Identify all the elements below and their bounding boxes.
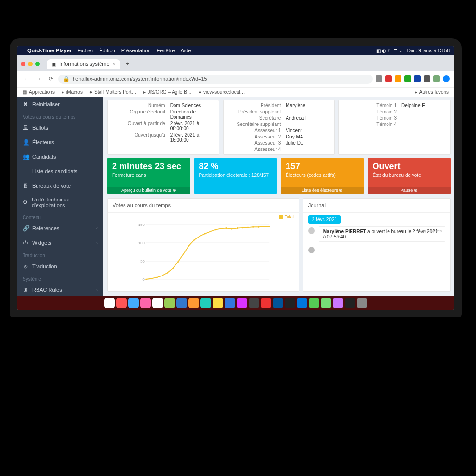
- dock-app-icon[interactable]: [188, 298, 199, 308]
- browser-tab[interactable]: ▣ Informations système ×: [47, 59, 120, 69]
- close-icon[interactable]: [21, 62, 25, 66]
- expand-icon[interactable]: [35, 62, 40, 66]
- mac-menu-file[interactable]: Fichier: [77, 48, 93, 53]
- forward-button[interactable]: →: [34, 75, 44, 83]
- dock-app-icon[interactable]: [164, 298, 175, 308]
- sidebar-item-electeurs[interactable]: 👤 Électeurs: [17, 135, 103, 150]
- dock-app-icon[interactable]: [297, 298, 307, 308]
- sidebar-section-content: Contenu: [17, 212, 103, 221]
- panel-chart: Votes au cours du temps Total: [107, 198, 299, 292]
- ytick: 0: [143, 277, 145, 282]
- mac-datetime: Dim. 9 janv. à 13:58: [407, 48, 450, 53]
- svg-point-20: [231, 228, 233, 230]
- dock-app-icon[interactable]: [345, 298, 355, 308]
- mac-menu-help[interactable]: Aide: [180, 48, 191, 53]
- sidebar-item-ballots[interactable]: 🗳 Ballots: [17, 121, 103, 135]
- dock-app-icon[interactable]: [176, 298, 187, 308]
- tab-title: Informations système: [59, 61, 110, 67]
- svg-point-6: [156, 277, 157, 278]
- stat-elect-footer-link[interactable]: Liste des électeurs ⊕: [301, 188, 343, 193]
- stat-time-value: 2 minutes 23 sec: [112, 162, 186, 172]
- svg-point-5: [150, 278, 152, 279]
- chevron-left-icon: ‹: [96, 226, 98, 231]
- sidebar-item-widgets[interactable]: ‹/› Widgets ‹: [17, 236, 103, 250]
- svg-point-14: [199, 236, 200, 237]
- sidebar-item-ute[interactable]: ⚙ Unité Technique d'exploitations: [17, 193, 103, 212]
- mac-dock[interactable]: [17, 296, 454, 310]
- dock-app-icon[interactable]: [225, 298, 235, 308]
- svg-point-24: [252, 226, 254, 228]
- journal-entry-time: il y a 7 heures: [418, 229, 442, 233]
- stat-card-participation: 82 % Participation électorale : 128/157: [194, 158, 277, 194]
- dock-app-icon[interactable]: [273, 298, 283, 308]
- ballot-icon: 🗳: [23, 125, 28, 131]
- svg-point-9: [172, 268, 174, 269]
- dock-app-icon[interactable]: [116, 298, 127, 308]
- bookmark-imacros[interactable]: ▸ iMacros: [62, 89, 83, 95]
- list-icon: ≣: [23, 168, 28, 175]
- dock-app-icon[interactable]: [249, 298, 259, 308]
- sidebar-item-traduction[interactable]: ⎋ Traduction: [17, 259, 103, 274]
- ytick: 100: [138, 241, 145, 245]
- profile-avatar-icon[interactable]: [443, 75, 450, 82]
- dock-app-icon[interactable]: [333, 298, 343, 308]
- dock-app-icon[interactable]: [237, 298, 247, 308]
- mac-menu-edit[interactable]: Édition: [99, 48, 115, 53]
- apps-button[interactable]: ▦ Applications: [23, 89, 55, 95]
- bookmark-viewsource[interactable]: ● view-source:local…: [199, 89, 245, 95]
- sidebar-item-candidats[interactable]: 👥 Candidats: [17, 150, 103, 164]
- stat-status-sub: État du bureau de vote: [373, 173, 446, 178]
- tab-close-icon[interactable]: ×: [113, 61, 115, 67]
- info-box-temoins: Témoin 1Delphine F Témoin 2 Témoin 3 Tém…: [338, 100, 451, 155]
- dock-app-icon[interactable]: [213, 298, 223, 308]
- dock-app-icon[interactable]: [285, 298, 295, 308]
- minimize-icon[interactable]: [28, 62, 33, 66]
- dock-app-icon[interactable]: [128, 298, 139, 308]
- svg-point-8: [167, 272, 168, 274]
- sidebar-item-references[interactable]: 🔗 References ‹: [17, 221, 103, 236]
- dock-finder-icon[interactable]: [104, 298, 115, 308]
- mac-menubar: QuickTime Player Fichier Édition Présent…: [17, 46, 454, 55]
- panel-journal: Journal 2 févr. 2021 il y a 7 heures Mar…: [303, 198, 451, 292]
- sidebar-item-liste-candidats[interactable]: ≣ Liste des candidats: [17, 164, 103, 178]
- bookmark-jis[interactable]: ▸ JIS/ORG – Agile B…: [143, 89, 192, 95]
- wifi-icon[interactable]: ◧ ◐ ☾ ≣ ⌄: [376, 48, 402, 53]
- back-button[interactable]: ←: [22, 75, 31, 83]
- panel-chart-title: Votes au cours du temps: [108, 199, 299, 213]
- mac-menu-view[interactable]: Présentation: [121, 48, 151, 53]
- other-bookmarks[interactable]: ▸ Autres favoris: [415, 89, 449, 95]
- stat-elect-value: 157: [286, 162, 359, 172]
- translate-icon: ⎋: [23, 263, 28, 270]
- sidebar-item-bureaux[interactable]: 🖥 Bureaux de vote: [17, 178, 103, 193]
- stat-time-sub: Fermeture dans: [112, 173, 186, 178]
- reload-button[interactable]: ⟳: [47, 75, 55, 83]
- new-tab-button[interactable]: +: [123, 60, 132, 68]
- bookmark-staff[interactable]: ● Staff Matters Port…: [89, 89, 137, 95]
- journal-entry: il y a 7 heures Marylène PIERRET a ouver…: [308, 226, 445, 242]
- dock-app-icon[interactable]: [309, 298, 319, 308]
- stat-status-footer-link[interactable]: Pause ⊕: [401, 188, 418, 193]
- sidebar-reset[interactable]: ✖ Réinitialiser: [17, 97, 103, 112]
- svg-point-18: [220, 228, 222, 229]
- dock-trash-icon[interactable]: [357, 298, 367, 308]
- person-icon: 👤: [23, 139, 28, 146]
- stat-part-value: 82 %: [199, 162, 273, 172]
- monitor-icon: 🖥: [23, 182, 28, 189]
- url-bar[interactable]: 🔒 henallux-admin.oniz.com/system/informa…: [58, 75, 373, 84]
- timeline-end-icon: [308, 247, 315, 253]
- dock-app-icon[interactable]: [200, 298, 211, 308]
- dock-app-icon[interactable]: [321, 298, 331, 308]
- dock-app-icon[interactable]: [261, 298, 271, 308]
- dock-app-icon[interactable]: [152, 298, 163, 308]
- mac-menu-window[interactable]: Fenêtre: [157, 48, 175, 53]
- stat-time-footer-link[interactable]: Aperçu du bulletin de vote ⊕: [121, 188, 176, 193]
- mac-app-name[interactable]: QuickTime Player: [27, 48, 72, 53]
- sidebar-section-system: Système: [17, 274, 103, 283]
- sidebar-item-rbac[interactable]: ♜ RBAC Rules ‹: [17, 283, 103, 296]
- shield-icon: ♜: [23, 287, 28, 293]
- extension-icons[interactable]: [376, 75, 450, 82]
- window-controls[interactable]: [21, 62, 40, 66]
- svg-point-12: [188, 245, 189, 247]
- dock-app-icon[interactable]: [140, 298, 151, 308]
- chart-legend: Total: [279, 214, 294, 219]
